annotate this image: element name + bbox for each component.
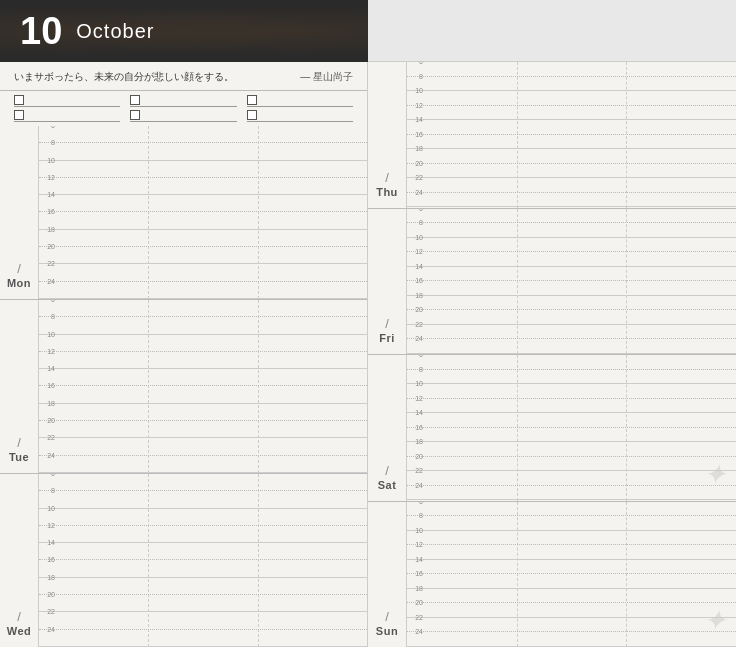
left-days-container: / Mon 6 8 10 12 14 16 18 20 22 24 (0, 126, 367, 647)
month-number: 10 (20, 10, 62, 53)
day-label-tue: / Tue (0, 300, 38, 473)
hour-label: 22 (39, 260, 57, 267)
checkbox-row-1 (14, 95, 353, 107)
hour-label: 20 (39, 417, 57, 424)
hour-label: 20 (407, 453, 425, 460)
hour-label: 24 (407, 189, 425, 196)
hour-label: 16 (39, 556, 57, 563)
checkbox[interactable] (247, 95, 257, 105)
hour-row: 14 (39, 195, 367, 212)
hour-label: 8 (407, 73, 425, 80)
hour-label: 6 (39, 474, 57, 477)
day-label-mon: / Mon (0, 126, 38, 299)
day-grid-mon[interactable]: 6 8 10 12 14 16 18 20 22 24 (38, 126, 367, 299)
hour-label: 6 (39, 126, 57, 129)
hour-row: 20 (407, 457, 736, 472)
hour-label: 24 (407, 482, 425, 489)
hour-label: 16 (407, 424, 425, 431)
hour-row: 14 (407, 560, 736, 575)
hour-row: 22 (39, 612, 367, 629)
hour-label: 12 (407, 541, 425, 548)
hour-row: 16 (407, 574, 736, 589)
quote-text: いまサボったら、未来の自分が悲しい顔をする。 (14, 70, 234, 84)
hour-row: 14 (407, 267, 736, 282)
hour-row: 20 (407, 164, 736, 179)
checkbox-item[interactable] (14, 95, 120, 107)
hour-label: 6 (407, 62, 425, 65)
day-label-thu: / Thu (368, 62, 406, 208)
hour-label: 14 (407, 116, 425, 123)
checkbox[interactable] (130, 95, 140, 105)
hour-row: 8 (407, 370, 736, 385)
hour-label: 16 (39, 208, 57, 215)
hour-row: 12 (407, 545, 736, 560)
day-slash-sat: / (385, 464, 389, 477)
day-slash-thu: / (385, 171, 389, 184)
hour-row: 14 (407, 120, 736, 135)
hour-label: 22 (407, 467, 425, 474)
hour-label: 8 (407, 366, 425, 373)
hour-row: 6 (39, 126, 367, 143)
hour-label: 20 (39, 591, 57, 598)
right-header-spacer (368, 0, 736, 62)
hour-row: 12 (39, 178, 367, 195)
hour-row: 24 (39, 630, 367, 647)
hour-label: 10 (39, 157, 57, 164)
hour-row: 8 (407, 223, 736, 238)
day-grid-wed[interactable]: 6 8 10 12 14 16 18 20 22 24 (38, 474, 367, 647)
day-name-fri: Fri (379, 332, 395, 344)
day-block-mon: / Mon 6 8 10 12 14 16 18 20 22 24 (0, 126, 367, 300)
hour-label: 14 (39, 365, 57, 372)
hour-label: 12 (39, 174, 57, 181)
hour-label: 16 (39, 382, 57, 389)
day-slash-mon: / (17, 262, 21, 275)
hour-label: 14 (39, 191, 57, 198)
hour-label: 24 (407, 628, 425, 635)
day-block-fri: / Fri 6 8 10 12 14 16 18 20 22 24 (368, 209, 736, 356)
checkbox-item[interactable] (14, 110, 120, 122)
day-grid-sat[interactable]: ✦ 6 8 10 12 14 16 18 20 22 24 (406, 355, 736, 501)
hour-row: 16 (407, 281, 736, 296)
checkbox[interactable] (14, 95, 24, 105)
quote-section: いまサボったら、未来の自分が悲しい顔をする。 — 星山尚子 (0, 62, 367, 91)
hour-row: 20 (39, 421, 367, 438)
hour-row: 6 (407, 209, 736, 224)
day-grid-tue[interactable]: 6 8 10 12 14 16 18 20 22 24 (38, 300, 367, 473)
hour-row: 12 (407, 399, 736, 414)
checkbox-item[interactable] (130, 110, 236, 122)
hour-label: 8 (39, 139, 57, 146)
hour-label: 6 (407, 355, 425, 358)
day-grid-fri[interactable]: 6 8 10 12 14 16 18 20 22 24 (406, 209, 736, 355)
checkbox-item[interactable] (247, 95, 353, 107)
checkbox[interactable] (14, 110, 24, 120)
hour-label: 18 (407, 438, 425, 445)
day-grid-thu[interactable]: 6 8 10 12 14 16 18 20 22 24 (406, 62, 736, 208)
hour-row: 8 (407, 77, 736, 92)
hour-row: 16 (407, 135, 736, 150)
hour-row: 20 (407, 310, 736, 325)
hour-label: 12 (407, 102, 425, 109)
quote-author: — 星山尚子 (300, 70, 353, 84)
day-grid-sun[interactable]: ✦ 6 8 10 12 14 16 18 20 22 24 (406, 502, 736, 648)
hour-label: 10 (407, 234, 425, 241)
hour-row: 22 (407, 178, 736, 193)
hour-label: 24 (407, 335, 425, 342)
hour-row: 8 (39, 491, 367, 508)
hour-label: 10 (407, 527, 425, 534)
hour-row: 24 (407, 632, 736, 647)
hour-row: 22 (407, 471, 736, 486)
right-panel: / Thu 6 8 10 12 14 16 18 20 22 24 (368, 0, 736, 647)
checkbox-item[interactable] (247, 110, 353, 122)
hour-row: 10 (39, 161, 367, 178)
hour-label: 8 (39, 487, 57, 494)
checkbox-row-2 (14, 110, 353, 122)
hour-row: 18 (39, 578, 367, 595)
checkbox-item[interactable] (130, 95, 236, 107)
hour-row: 10 (407, 238, 736, 253)
checkbox[interactable] (130, 110, 140, 120)
hour-row: 6 (39, 300, 367, 317)
hour-label: 10 (407, 380, 425, 387)
checkbox[interactable] (247, 110, 257, 120)
hour-row: 10 (407, 91, 736, 106)
day-block-sat: / Sat ✦ 6 8 10 12 14 16 18 20 22 24 (368, 355, 736, 502)
